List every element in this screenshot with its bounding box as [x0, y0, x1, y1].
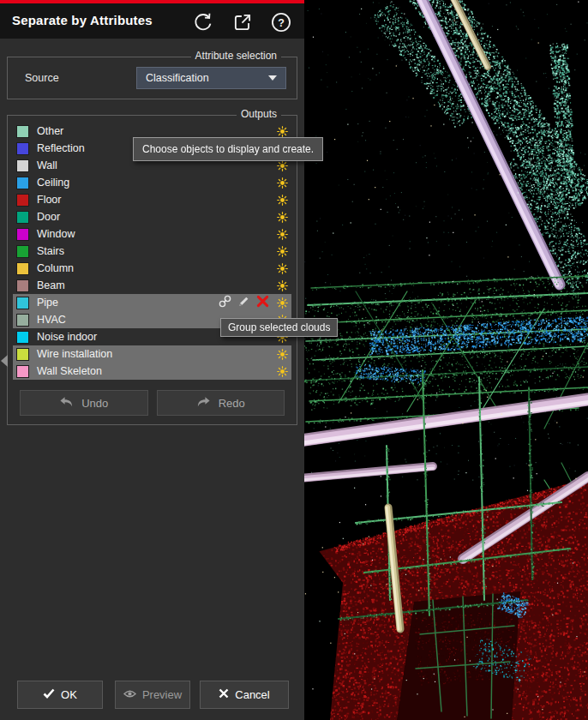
class-label: HVAC	[37, 314, 66, 326]
delete-x-icon[interactable]	[256, 295, 269, 310]
cancel-label: Cancel	[235, 688, 269, 701]
source-dropdown[interactable]: Classification	[136, 67, 286, 89]
class-color-swatch[interactable]	[16, 262, 29, 275]
outputs-group-label: Outputs	[237, 108, 281, 120]
output-row-floor[interactable]: Floor	[13, 191, 291, 208]
class-color-swatch[interactable]	[16, 331, 29, 344]
visibility-bulb-icon[interactable]	[277, 195, 288, 206]
undo-redo-bar: Undo Redo	[20, 390, 285, 416]
visibility-bulb-icon[interactable]	[277, 212, 288, 223]
source-dropdown-value: Classification	[146, 72, 209, 84]
titlebar: Separate by Attributes ?	[0, 3, 304, 39]
redo-arrow-icon	[196, 396, 211, 411]
class-color-swatch[interactable]	[16, 159, 29, 172]
link-icon[interactable]	[219, 295, 231, 310]
attribute-selection-group-label: Attribute selection	[191, 50, 281, 62]
separate-by-attributes-dialog: Separate by Attributes ? Attribute selec…	[0, 0, 304, 720]
class-label: Pipe	[37, 297, 58, 309]
class-label: Wire installation	[37, 348, 112, 360]
class-label: Noise indoor	[37, 331, 97, 343]
undo-label: Undo	[81, 397, 108, 410]
tooltip-group-clouds: Group selected clouds	[220, 318, 338, 337]
cancel-button[interactable]: Cancel	[200, 681, 289, 709]
class-color-swatch[interactable]	[16, 297, 29, 309]
visibility-bulb-icon[interactable]	[277, 229, 288, 240]
row-actions	[219, 295, 269, 310]
source-row: Source Classification	[8, 57, 297, 99]
visibility-bulb-icon[interactable]	[277, 126, 288, 137]
ok-button[interactable]: OK	[17, 681, 103, 709]
open-export-icon[interactable]	[231, 11, 254, 33]
eye-icon	[123, 688, 136, 701]
visibility-bulb-icon[interactable]	[277, 366, 288, 377]
visibility-bulb-icon[interactable]	[277, 160, 288, 171]
output-row-ceiling[interactable]: Ceiling	[13, 174, 291, 191]
class-label: Other	[37, 125, 63, 137]
attribute-selection-group: Attribute selection Source Classificatio…	[7, 57, 297, 99]
visibility-bulb-icon[interactable]	[277, 177, 288, 189]
output-row-beam[interactable]: Beam	[13, 277, 291, 294]
class-color-swatch[interactable]	[16, 348, 29, 361]
preview-button[interactable]: Preview	[115, 681, 190, 709]
class-color-swatch[interactable]	[16, 211, 29, 224]
class-color-swatch[interactable]	[16, 125, 29, 138]
redo-button[interactable]: Redo	[157, 390, 285, 416]
class-label: Wall	[37, 159, 57, 171]
output-row-door[interactable]: Door	[13, 208, 291, 225]
class-label: Stairs	[37, 245, 64, 257]
class-label: Ceiling	[37, 177, 69, 189]
dialog-title: Separate by Attributes	[12, 13, 153, 27]
ok-label: OK	[61, 688, 77, 701]
class-label: Beam	[37, 279, 65, 291]
output-row-stairs[interactable]: Stairs	[13, 243, 291, 260]
visibility-bulb-icon[interactable]	[277, 349, 288, 360]
output-row-wire-installation[interactable]: Wire installation	[13, 345, 291, 363]
class-color-swatch[interactable]	[16, 194, 29, 207]
visibility-bulb-icon[interactable]	[277, 280, 288, 291]
source-label: Source	[25, 72, 59, 84]
class-color-swatch[interactable]	[16, 177, 29, 189]
3d-point-cloud-viewport[interactable]	[304, 0, 588, 720]
preview-label: Preview	[142, 688, 182, 701]
undo-button[interactable]: Undo	[20, 390, 148, 416]
class-label: Door	[37, 211, 60, 223]
class-color-swatch[interactable]	[16, 228, 29, 241]
class-label: Column	[37, 262, 74, 274]
visibility-bulb-icon[interactable]	[277, 297, 288, 309]
class-color-swatch[interactable]	[16, 279, 29, 292]
class-color-swatch[interactable]	[16, 314, 29, 327]
output-row-wall-skeleton[interactable]: Wall Skeleton	[13, 363, 291, 380]
edit-pencil-icon[interactable]	[237, 295, 250, 310]
chevron-down-icon	[268, 75, 277, 81]
svg-text:?: ?	[278, 17, 285, 29]
tooltip-display-create: Choose objects to display and create.	[133, 137, 323, 161]
check-icon	[43, 688, 55, 701]
outputs-list: Other Reflection Wall Ceiling Floor Door	[13, 123, 291, 380]
class-color-swatch[interactable]	[16, 365, 29, 378]
class-color-swatch[interactable]	[16, 142, 29, 155]
class-color-swatch[interactable]	[16, 245, 29, 258]
output-row-column[interactable]: Column	[13, 260, 291, 277]
panel-collapse-arrow-icon[interactable]	[1, 355, 8, 367]
redo-label: Redo	[219, 397, 245, 410]
outputs-group: Outputs Other Reflection Wall Ceiling Fl…	[7, 115, 297, 425]
output-row-window[interactable]: Window	[13, 225, 291, 243]
visibility-bulb-icon[interactable]	[277, 246, 288, 257]
reset-view-icon[interactable]	[192, 11, 214, 33]
class-label: Window	[37, 228, 75, 240]
class-label: Wall Skeleton	[37, 365, 102, 377]
help-icon[interactable]: ?	[270, 11, 292, 33]
x-icon	[219, 688, 229, 701]
output-row-pipe[interactable]: Pipe	[13, 294, 291, 311]
class-label: Floor	[37, 194, 61, 206]
undo-arrow-icon	[59, 396, 74, 411]
dialog-footer: OK Preview Cancel	[0, 672, 304, 720]
visibility-bulb-icon[interactable]	[277, 263, 288, 274]
class-label: Reflection	[37, 142, 85, 154]
